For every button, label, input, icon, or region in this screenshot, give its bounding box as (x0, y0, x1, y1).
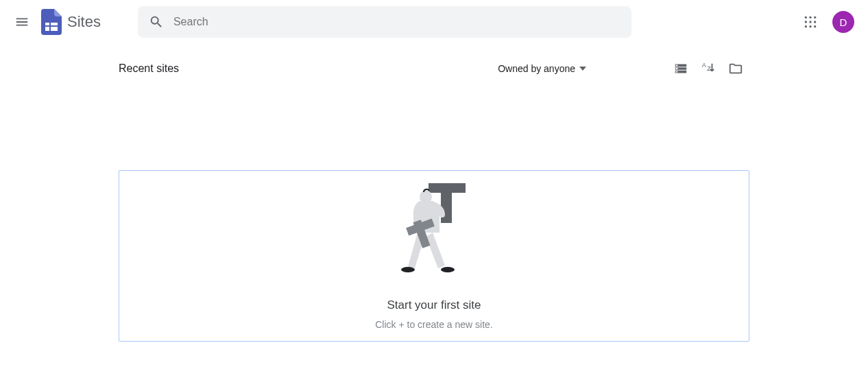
svg-rect-1 (51, 23, 58, 25)
main-menu-button[interactable] (5, 5, 38, 38)
sort-button[interactable]: A Z (695, 55, 722, 82)
svg-point-11 (809, 25, 811, 27)
owner-filter-label: Owned by anyone (498, 63, 575, 74)
svg-point-10 (805, 25, 807, 27)
svg-rect-0 (45, 23, 49, 25)
sites-logo-icon (41, 9, 62, 35)
app-title: Sites (67, 13, 101, 31)
main-content: Recent sites Owned by anyone A Z (119, 49, 749, 342)
svg-point-20 (401, 267, 415, 272)
empty-state-title: Start your first site (387, 298, 481, 312)
svg-rect-2 (45, 27, 49, 31)
svg-point-6 (814, 16, 816, 19)
app-header: Sites D (0, 0, 868, 44)
open-file-picker-button[interactable] (722, 55, 749, 82)
search-icon (149, 14, 164, 30)
svg-point-8 (809, 21, 811, 23)
svg-text:A: A (702, 62, 707, 69)
recent-toolbar: Recent sites Owned by anyone A Z (119, 49, 749, 88)
sort-az-icon: A Z (701, 61, 716, 76)
google-apps-button[interactable] (797, 8, 824, 36)
svg-point-9 (814, 21, 816, 23)
svg-rect-3 (51, 27, 58, 31)
search-input[interactable] (173, 16, 620, 28)
app-logo[interactable]: Sites (41, 9, 101, 35)
apps-grid-icon (804, 15, 817, 29)
svg-point-5 (809, 16, 811, 19)
svg-point-4 (805, 16, 807, 19)
empty-state-subtitle: Click + to create a new site. (375, 319, 493, 330)
list-view-icon (673, 61, 688, 76)
menu-icon (14, 14, 29, 30)
svg-point-7 (805, 21, 807, 23)
dropdown-arrow-icon (579, 67, 586, 71)
folder-icon (728, 61, 743, 76)
svg-point-21 (441, 267, 455, 272)
search-bar[interactable] (138, 6, 631, 38)
account-avatar[interactable]: D (830, 8, 857, 36)
list-view-button[interactable] (667, 55, 695, 82)
svg-point-12 (814, 25, 816, 27)
empty-state-card[interactable]: Start your first site Click + to create … (119, 170, 749, 342)
avatar-initial: D (832, 11, 854, 33)
owner-filter-dropdown[interactable]: Owned by anyone (492, 59, 592, 78)
section-title: Recent sites (119, 62, 179, 75)
svg-text:Z: Z (707, 65, 711, 72)
empty-state-illustration (393, 182, 475, 285)
